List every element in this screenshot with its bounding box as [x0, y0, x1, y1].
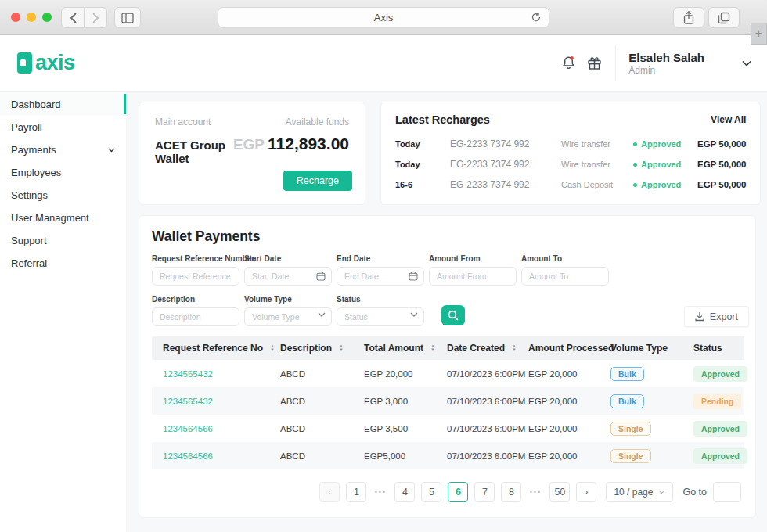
chevron-left-icon — [70, 13, 77, 23]
volume-type-select[interactable] — [244, 307, 332, 326]
browser-back-button[interactable] — [61, 7, 85, 28]
table-row: 1234565432 ABCD EGP 20,000 07/10/2023 6:… — [152, 360, 744, 387]
rewards-gift-icon[interactable] — [586, 55, 603, 71]
page-1-button[interactable]: 1 — [346, 482, 366, 502]
status-badge: Approved — [693, 448, 747, 464]
recharge-reference: EG-2233 7374 992 — [450, 138, 561, 149]
notifications-bell-icon[interactable] — [560, 55, 577, 71]
recharge-date: 16-6 — [395, 180, 450, 189]
sidebar-item-settings[interactable]: Settings — [0, 184, 126, 207]
tab-overview-button[interactable] — [708, 7, 740, 28]
recharge-row: 16-6 EG-2233 7374 992 Cash Deposit Appro… — [395, 174, 746, 195]
close-window-button[interactable] — [11, 13, 20, 22]
maximize-window-button[interactable] — [42, 13, 52, 22]
next-page-button[interactable]: › — [576, 482, 596, 502]
user-name: Elsaleh Salah — [628, 51, 704, 65]
new-tab-button[interactable]: + — [751, 23, 767, 45]
description-input[interactable] — [152, 307, 239, 326]
column-header[interactable]: Total Amount ▲▼ — [364, 343, 447, 354]
payments-table: Request Reference No ▲▼ Description ▲▼ T… — [152, 336, 744, 469]
recharge-method: Wire transfer — [561, 139, 633, 149]
sidebar-item-dashboard[interactable]: Dashboard — [0, 93, 126, 116]
status-dot-icon — [633, 163, 637, 167]
user-menu-chevron-down-icon[interactable] — [742, 60, 751, 66]
amount-from-input[interactable] — [429, 267, 517, 286]
date-created-cell: 07/10/2023 6:00PM — [447, 369, 528, 379]
page-title: Axis — [374, 12, 394, 23]
amount-processed-cell: EGP 20,000 — [528, 424, 610, 433]
description-cell: ABCD — [280, 424, 364, 433]
status-dot-icon — [633, 142, 637, 146]
table-row: 1234565432 ABCD EGP 3,000 07/10/2023 6:0… — [152, 387, 744, 415]
description-cell: ABCD — [280, 369, 364, 379]
start-date-input[interactable] — [244, 267, 332, 286]
request-reference-link[interactable]: 1234564566 — [163, 451, 280, 461]
page-7-button[interactable]: 7 — [474, 482, 495, 502]
total-amount-cell: EGP 20,000 — [364, 369, 447, 379]
request-reference-link[interactable]: 1234565432 — [163, 369, 280, 379]
column-header[interactable]: Volume Type ▲▼ — [610, 343, 693, 354]
request-reference-number-input[interactable] — [152, 267, 239, 286]
latest-recharges-title: Latest Recharges — [395, 113, 490, 126]
sort-icon[interactable]: ▲▼ — [430, 344, 435, 352]
user-menu[interactable]: Elsaleh Salah Admin — [628, 51, 704, 76]
status-badge: Approved — [693, 421, 747, 437]
date-created-cell: 07/10/2023 6:00PM — [447, 397, 528, 406]
reload-icon[interactable] — [531, 12, 542, 25]
sidebar-item-payroll[interactable]: Payroll — [0, 116, 126, 138]
column-header[interactable]: Request Reference No ▲▼ — [163, 343, 280, 354]
filter-field: Status — [337, 295, 424, 326]
browser-toolbar: Axis + — [0, 0, 767, 35]
volume-type-badge: Bulk — [610, 367, 644, 381]
wallet-name: ACET Group Wallet — [155, 138, 233, 165]
sidebar-item-employees[interactable]: Employees — [0, 161, 126, 184]
header-divider — [615, 45, 616, 81]
recharge-row: Today EG-2233 7374 992 Wire transfer App… — [395, 134, 746, 154]
sidebar-item-referral[interactable]: Referral — [0, 252, 126, 275]
per-page-select[interactable]: 10 / page — [606, 482, 673, 502]
sort-icon[interactable]: ▲▼ — [512, 344, 517, 352]
sidebar-item-user-managment[interactable]: User Managment — [0, 207, 126, 229]
filter-field: Volume Type — [244, 295, 332, 326]
goto-page-input[interactable] — [713, 482, 741, 502]
search-button[interactable] — [441, 305, 465, 325]
ellipsis-left[interactable]: ••• — [373, 482, 388, 502]
page-50-button[interactable]: 50 — [549, 482, 570, 502]
page-8-button[interactable]: 8 — [501, 482, 521, 502]
end-date-input[interactable] — [337, 267, 424, 286]
sidebar-toggle-icon — [121, 13, 134, 23]
recharge-amount: EGP 50,000 — [697, 180, 746, 189]
sort-icon[interactable]: ▲▼ — [270, 344, 275, 352]
address-bar[interactable]: Axis — [218, 7, 549, 28]
prev-page-button[interactable]: ‹ — [319, 482, 340, 502]
sidebar-item-support[interactable]: Support — [0, 229, 126, 252]
page-5-button[interactable]: 5 — [421, 482, 441, 502]
browser-forward-button[interactable] — [84, 7, 107, 28]
sort-icon[interactable]: ▲▼ — [339, 344, 344, 352]
page-6-button[interactable]: 6 — [448, 482, 468, 502]
page-4-button[interactable]: 4 — [394, 482, 415, 502]
amount-to-input[interactable] — [521, 267, 609, 286]
column-header[interactable]: Description ▲▼ — [280, 343, 364, 354]
request-reference-link[interactable]: 1234564566 — [163, 424, 280, 433]
browser-sidebar-button[interactable] — [114, 7, 141, 28]
status-select[interactable] — [337, 307, 424, 326]
tabs-icon — [718, 12, 730, 24]
view-all-link[interactable]: View All — [711, 114, 746, 125]
ellipsis-right[interactable]: ••• — [528, 482, 543, 502]
wallet-payments-card: Wallet Payments Request Reference Number — [139, 215, 756, 518]
axis-logo-icon — [17, 52, 32, 74]
share-button[interactable] — [673, 7, 704, 28]
amount-processed-cell: EGP 20,000 — [528, 369, 610, 379]
recharge-button[interactable]: Recharge — [283, 171, 352, 191]
request-reference-link[interactable]: 1234565432 — [163, 397, 280, 406]
column-header[interactable]: Amount Processed ▲▼ — [528, 343, 610, 354]
date-created-cell: 07/10/2023 6:00PM — [447, 424, 528, 433]
minimize-window-button[interactable] — [27, 13, 36, 22]
chevron-down-icon — [108, 148, 115, 153]
export-button[interactable]: Export — [684, 306, 749, 327]
sidebar-item-payments[interactable]: Payments — [0, 138, 126, 161]
column-header[interactable]: Date Created ▲▼ — [447, 343, 528, 354]
column-header[interactable]: Status ▲▼ — [693, 343, 744, 354]
volume-type-badge: Single — [610, 449, 651, 463]
